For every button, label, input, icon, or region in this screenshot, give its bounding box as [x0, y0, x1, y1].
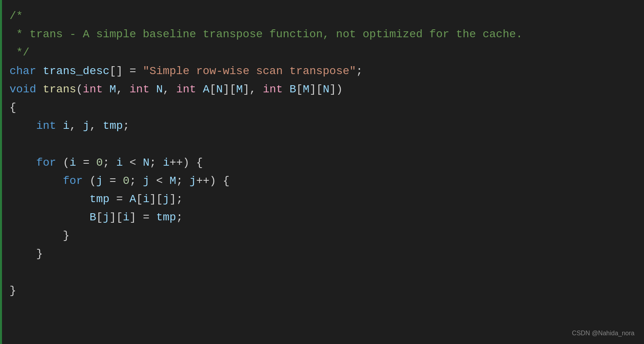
code-block: /* * trans - A simple baseline transpose…: [10, 7, 634, 300]
param-N: N: [156, 83, 163, 96]
int-keyword-3: int: [176, 83, 196, 96]
open-brace-outer: {: [10, 101, 16, 114]
comment-open: /*: [10, 10, 23, 22]
var-i: i: [63, 120, 69, 132]
param-B: B: [289, 83, 296, 96]
close-brace-inner: }: [63, 229, 69, 242]
int-keyword-1: int: [83, 83, 103, 96]
trans-desc-string: "Simple row-wise scan transpose": [143, 65, 356, 77]
close-brace-func: }: [10, 285, 16, 297]
var-tmp: tmp: [103, 120, 123, 132]
num-0-outer: 0: [96, 157, 103, 169]
tmp-assign-1: tmp: [90, 193, 109, 205]
var-j: j: [83, 120, 90, 132]
int-keyword-2: int: [130, 83, 150, 96]
watermark-text: CSDN @Nahida_nora: [572, 328, 634, 338]
param-M: M: [109, 83, 116, 96]
int-keyword-body: int: [36, 120, 56, 132]
for-keyword-outer: for: [36, 157, 56, 169]
num-0-inner: 0: [123, 175, 130, 187]
comment-close: */: [10, 46, 29, 59]
close-brace-outer-for: }: [36, 248, 43, 260]
trans-func-name: trans: [43, 83, 76, 96]
left-accent-border: [0, 0, 2, 344]
trans-desc-var: trans_desc: [43, 65, 109, 77]
param-A: A: [203, 83, 209, 96]
for-keyword-inner: for: [63, 175, 82, 187]
comment-line: * trans - A simple baseline transpose fu…: [10, 28, 523, 40]
B-assign: B: [90, 211, 96, 224]
code-editor: /* * trans - A simple baseline transpose…: [0, 0, 644, 344]
int-keyword-4: int: [263, 83, 283, 96]
char-keyword: char: [10, 65, 36, 77]
void-keyword: void: [10, 83, 36, 96]
